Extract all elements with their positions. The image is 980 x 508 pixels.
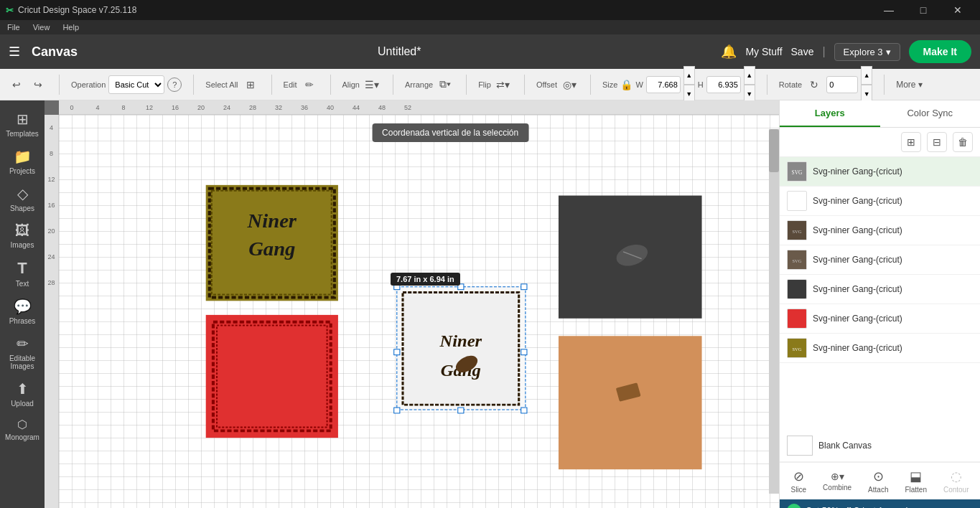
menu-view[interactable]: View — [33, 23, 50, 32]
left-sidebar: ⊞ Templates 📁 Projects ◇ Shapes 🖼 Images… — [0, 100, 45, 508]
layer-item[interactable]: Svg-niner Gang-(cricut) — [780, 304, 980, 334]
height-label: H — [698, 80, 704, 89]
width-input[interactable] — [646, 76, 681, 93]
height-up-button[interactable]: ▲ — [744, 66, 755, 85]
delete-button[interactable]: 🗑 — [953, 132, 973, 152]
layer-item[interactable]: Svg-niner Gang-(cricut) — [780, 187, 980, 216]
combine-tool[interactable]: ⊕▾ Combine — [823, 471, 851, 491]
flatten-tool[interactable]: ⬓ Flatten — [905, 469, 927, 494]
sidebar-item-shapes-label: Shapes — [10, 204, 34, 212]
editable-images-icon: ✏ — [17, 335, 29, 352]
layer-name: Svg-niner Gang-(cricut) — [813, 196, 973, 206]
canvas-content[interactable]: Coordenada vertical de la selección Nine… — [59, 115, 779, 508]
svg-text:SVG: SVG — [792, 169, 803, 176]
width-up-button[interactable]: ▲ — [683, 66, 695, 85]
menu-file[interactable]: File — [7, 23, 20, 32]
tab-layers[interactable]: Layers — [780, 100, 880, 127]
main-content: ⊞ Templates 📁 Projects ◇ Shapes 🖼 Images… — [0, 100, 980, 508]
align-button[interactable]: ☰▾ — [363, 75, 381, 94]
my-stuff-button[interactable]: My Stuff — [745, 46, 782, 57]
sidebar-item-monogram[interactable]: ⬡ Monogram — [1, 413, 43, 446]
rotate-up-button[interactable]: ▲ — [861, 66, 872, 85]
attach-tool[interactable]: ⊙ Attach — [868, 469, 888, 494]
flip-button[interactable]: ⇄▾ — [494, 75, 513, 94]
flatten-icon: ⬓ — [910, 469, 922, 484]
canvas-area: 0 4 8 12 16 20 24 28 32 36 40 44 48 52 4… — [45, 100, 779, 508]
contour-label: Contour — [943, 486, 969, 494]
sidebar-item-text-label: Text — [16, 280, 29, 288]
sidebar-item-text[interactable]: T Text — [1, 255, 43, 292]
operation-group: Operation Basic Cut ? — [71, 75, 182, 94]
projects-icon: 📁 — [14, 148, 32, 165]
rotate-reset-button[interactable]: ↻ — [805, 75, 823, 94]
phrases-icon: 💬 — [14, 298, 32, 315]
app-title-area: ✂ Cricut Design Space v7.25.118 — [6, 5, 136, 16]
more-button[interactable]: More ▾ — [896, 80, 923, 90]
offset-button[interactable]: ◎▾ — [560, 75, 579, 94]
arrange-label: Arrange — [405, 80, 433, 89]
sidebar-item-images[interactable]: 🖼 Images — [1, 218, 43, 253]
document-title: Untitled* — [89, 45, 709, 58]
layer-item[interactable]: SVG Svg-niner Gang-(cricut) — [780, 157, 980, 187]
panel-actions: ⊞ ⊟ 🗑 — [780, 128, 980, 157]
edit-group: Edit ✏ — [284, 75, 319, 94]
toolbar-divider-10 — [884, 75, 885, 95]
close-button[interactable]: ✕ — [941, 0, 974, 20]
cricut-logo: C — [787, 504, 801, 508]
hamburger-menu[interactable]: ☰ — [9, 44, 20, 60]
sidebar-item-editable-images[interactable]: ✏ Editable Images — [1, 331, 43, 375]
canvas-label: Canvas — [32, 44, 78, 60]
sidebar-item-shapes[interactable]: ◇ Shapes — [1, 181, 43, 217]
sidebar-item-projects[interactable]: 📁 Projects — [1, 144, 43, 179]
height-input[interactable] — [706, 76, 741, 93]
operation-select[interactable]: Basic Cut — [108, 75, 164, 94]
menu-help[interactable]: Help — [62, 23, 79, 32]
scrollbar-thumb[interactable] — [769, 129, 779, 172]
sidebar-item-phrases[interactable]: 💬 Phrases — [1, 293, 43, 329]
bottom-tools: ⊘ Slice ⊕▾ Combine ⊙ Attach ⬓ Flatten ◌ … — [780, 462, 980, 499]
maximize-button[interactable]: □ — [907, 0, 940, 20]
rotate-input[interactable] — [826, 76, 858, 93]
promo-banner[interactable]: C Get 50% off Cricut Access! — [780, 499, 980, 508]
ungroup-button[interactable]: ⊟ — [927, 132, 947, 152]
save-button[interactable]: Save — [791, 46, 814, 57]
attach-label: Attach — [868, 486, 888, 494]
redo-button[interactable]: ↪ — [29, 75, 47, 94]
slice-label: Slice — [790, 486, 806, 494]
toolbar-divider-8 — [590, 75, 591, 95]
sidebar-item-templates-label: Templates — [6, 130, 39, 138]
blank-canvas-item[interactable]: Blank Canvas — [780, 430, 980, 462]
layers-list: SVG Svg-niner Gang-(cricut) Svg-niner Ga… — [780, 157, 980, 430]
sidebar-item-templates[interactable]: ⊞ Templates — [1, 106, 43, 142]
sidebar-item-upload[interactable]: ⬆ Upload — [1, 376, 43, 412]
make-it-button[interactable]: Make It — [909, 40, 971, 63]
toolbar: ↩ ↪ Operation Basic Cut ? Select All ⊞ E… — [0, 69, 980, 100]
slice-tool[interactable]: ⊘ Slice — [790, 469, 806, 494]
sidebar-item-phrases-label: Phrases — [9, 317, 36, 325]
size-label: Size — [602, 80, 617, 89]
layer-item[interactable]: SVG Svg-niner Gang-(cricut) — [780, 245, 980, 275]
layer-name: Svg-niner Gang-(cricut) — [813, 225, 973, 235]
operation-help-button[interactable]: ? — [167, 77, 182, 92]
layer-thumbnail: SVG — [787, 161, 807, 182]
explore-button[interactable]: Explore 3 ▾ — [834, 43, 900, 61]
layer-item[interactable]: SVG Svg-niner Gang-(cricut) — [780, 334, 980, 363]
tab-color-sync[interactable]: Color Sync — [880, 100, 981, 127]
size-group: Size 🔒 W ▲ ▼ H ▲ ▼ — [602, 66, 755, 103]
layer-item[interactable]: Svg-niner Gang-(cricut) — [780, 275, 980, 304]
select-all-button[interactable]: ⊞ — [241, 75, 260, 94]
group-button[interactable]: ⊞ — [901, 132, 921, 152]
minimize-button[interactable]: — — [872, 0, 905, 20]
notification-bell-icon[interactable]: 🔔 — [721, 44, 737, 60]
layer-item[interactable]: SVG Svg-niner Gang-(cricut) — [780, 216, 980, 245]
layer-thumbnail: SVG — [787, 250, 807, 270]
canvas-grid — [59, 115, 779, 508]
layer-thumbnail — [787, 279, 807, 299]
edit-button[interactable]: ✏ — [300, 75, 319, 94]
undo-redo-group: ↩ ↪ — [7, 75, 47, 94]
undo-button[interactable]: ↩ — [7, 75, 26, 94]
arrange-button[interactable]: ⧉▾ — [436, 75, 454, 94]
vertical-scrollbar[interactable] — [769, 129, 779, 494]
combine-icon: ⊕▾ — [831, 471, 844, 482]
contour-tool[interactable]: ◌ Contour — [943, 469, 969, 494]
